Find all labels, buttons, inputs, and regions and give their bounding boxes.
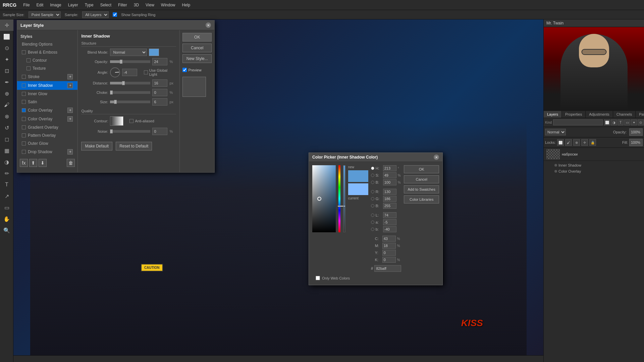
- cp-a-radio[interactable]: [371, 221, 374, 224]
- dodge-tool[interactable]: ◑: [0, 156, 13, 168]
- cancel-button[interactable]: Cancel: [182, 44, 212, 52]
- text-tool[interactable]: T: [0, 179, 13, 190]
- path-select-tool[interactable]: ↗: [0, 190, 13, 202]
- clone-tool[interactable]: ⊗: [0, 111, 13, 122]
- effect-inner-shadow[interactable]: Inner Shadow: [546, 162, 641, 168]
- menu-layer[interactable]: Layer: [65, 1, 81, 9]
- menu-edit[interactable]: Edit: [34, 1, 46, 9]
- stroke-checkbox[interactable]: [22, 75, 26, 79]
- only-web-colors-checkbox[interactable]: [316, 276, 320, 280]
- pen-tool[interactable]: ✏: [0, 168, 13, 179]
- gradient-overlay-checkbox[interactable]: [22, 125, 26, 129]
- choke-slider[interactable]: [110, 91, 150, 94]
- cp-b-radio[interactable]: [371, 181, 374, 184]
- menu-view[interactable]: View: [143, 1, 157, 9]
- satin-checkbox[interactable]: [22, 100, 26, 104]
- tab-paths[interactable]: Paths: [636, 111, 644, 118]
- pattern-overlay-item[interactable]: Pattern Overlay: [17, 131, 77, 139]
- blending-options-item[interactable]: Blending Options: [17, 40, 77, 48]
- cp-picker-circle[interactable]: [317, 197, 321, 201]
- contour-thumbnail[interactable]: [110, 116, 123, 126]
- inner-shadow-item[interactable]: Inner Shadow +: [17, 81, 77, 90]
- menu-3d[interactable]: 3D: [131, 1, 142, 9]
- use-global-light-checkbox[interactable]: [144, 70, 148, 74]
- gradient-tool[interactable]: ▦: [0, 145, 13, 156]
- inner-shadow-blend-select[interactable]: Normal: [110, 49, 147, 56]
- fill-input[interactable]: [629, 139, 643, 146]
- angle-value-input[interactable]: -4: [122, 69, 137, 76]
- color-overlay-2-item[interactable]: Color Overlay +: [17, 115, 77, 123]
- cp-k-input[interactable]: 0: [382, 257, 396, 263]
- zoom-tool[interactable]: 🔍: [0, 225, 13, 236]
- noise-value-input[interactable]: 0: [152, 128, 167, 135]
- color-libraries-button[interactable]: Color Libraries: [404, 195, 439, 203]
- tab-channels[interactable]: Channels: [613, 111, 636, 118]
- cp-r-input[interactable]: 130: [383, 189, 396, 195]
- styles-delete-button[interactable]: 🗑: [67, 159, 75, 167]
- spot-heal-tool[interactable]: ⊕: [0, 88, 13, 99]
- reset-to-default-button[interactable]: Reset to Default: [116, 142, 152, 150]
- hand-tool[interactable]: ✋: [0, 213, 13, 225]
- search-icon-shape[interactable]: ▭: [624, 119, 630, 125]
- cp-b-rgb-radio[interactable]: [371, 204, 374, 207]
- color-overlay-2-checkbox[interactable]: [22, 117, 26, 121]
- crop-tool[interactable]: ⊡: [0, 65, 13, 76]
- search-icon-smart[interactable]: ✦: [631, 119, 637, 125]
- ok-button[interactable]: OK: [182, 33, 212, 42]
- cp-g-radio[interactable]: [371, 197, 374, 200]
- cp-m-input[interactable]: 18: [382, 243, 396, 249]
- cp-cancel-button[interactable]: Cancel: [404, 175, 439, 183]
- lock-artboard-icon[interactable]: ⊕: [573, 139, 580, 146]
- drop-shadow-checkbox[interactable]: [22, 150, 26, 154]
- bevel-emboss-checkbox[interactable]: [22, 50, 26, 54]
- color-overlay-1-item[interactable]: Color Overlay +: [17, 106, 77, 115]
- color-overlay-1-add-btn[interactable]: +: [67, 108, 73, 113]
- tab-layers[interactable]: Layers: [544, 111, 562, 118]
- menu-window[interactable]: Window: [158, 1, 178, 9]
- outer-glow-item[interactable]: Outer Glow: [17, 139, 77, 147]
- cp-s-radio[interactable]: [371, 174, 374, 177]
- opacity-input[interactable]: [629, 128, 643, 136]
- inner-shadow-color-swatch[interactable]: [149, 49, 159, 56]
- cp-b-rgb-input[interactable]: 255: [383, 203, 396, 209]
- menu-select[interactable]: Select: [98, 1, 114, 9]
- cp-hex-input[interactable]: 82baff: [374, 265, 401, 272]
- magic-wand-tool[interactable]: ✦: [0, 54, 13, 65]
- eyedropper-tool[interactable]: ✒: [0, 76, 13, 88]
- satin-item[interactable]: Satin: [17, 98, 77, 106]
- texture-item[interactable]: Texture: [17, 64, 77, 72]
- cp-c-input[interactable]: 43: [382, 236, 396, 242]
- new-style-button[interactable]: New Style...: [182, 54, 212, 63]
- fx-button[interactable]: fx: [20, 159, 28, 167]
- cp-h-input[interactable]: 213: [383, 165, 396, 171]
- distance-slider[interactable]: [110, 82, 150, 84]
- opacity-value-input[interactable]: 24: [152, 58, 167, 65]
- distance-value-input[interactable]: 16: [152, 79, 167, 87]
- cp-h-radio[interactable]: [371, 167, 374, 170]
- inner-shadow-add-btn[interactable]: +: [67, 83, 73, 88]
- blend-mode-select[interactable]: Normal: [545, 129, 566, 135]
- preview-checkbox[interactable]: [182, 68, 187, 72]
- search-icon-pixel[interactable]: ⬜: [604, 119, 610, 125]
- tab-properties[interactable]: Properties: [562, 111, 586, 118]
- cp-r-radio[interactable]: [371, 190, 374, 193]
- styles-add-button[interactable]: ⬆: [29, 159, 37, 167]
- lock-transparent-icon[interactable]: ⬜: [557, 139, 564, 146]
- cp-l-radio[interactable]: [371, 214, 374, 217]
- stroke-add-btn[interactable]: +: [67, 74, 73, 79]
- texture-checkbox[interactable]: [26, 66, 31, 70]
- cp-close-button[interactable]: ✕: [434, 155, 439, 160]
- noise-slider[interactable]: [110, 130, 150, 133]
- sample-size-select[interactable]: Point Sample: [29, 11, 61, 18]
- cp-alpha-slider[interactable]: [343, 165, 345, 232]
- drop-shadow-item[interactable]: Drop Shadow +: [17, 147, 77, 156]
- color-overlay-1-checkbox[interactable]: [22, 108, 26, 112]
- sampling-ring-checkbox[interactable]: [113, 12, 117, 17]
- cp-g-input[interactable]: 186: [383, 196, 396, 202]
- choke-value-input[interactable]: 0: [152, 89, 167, 96]
- cp-y-input[interactable]: 0: [382, 250, 396, 256]
- effect-color-overlay[interactable]: Color Overlay: [546, 168, 641, 174]
- menu-help[interactable]: Help: [179, 1, 193, 9]
- lock-position-icon[interactable]: ✛: [581, 139, 588, 146]
- shape-tool[interactable]: ▭: [0, 202, 13, 213]
